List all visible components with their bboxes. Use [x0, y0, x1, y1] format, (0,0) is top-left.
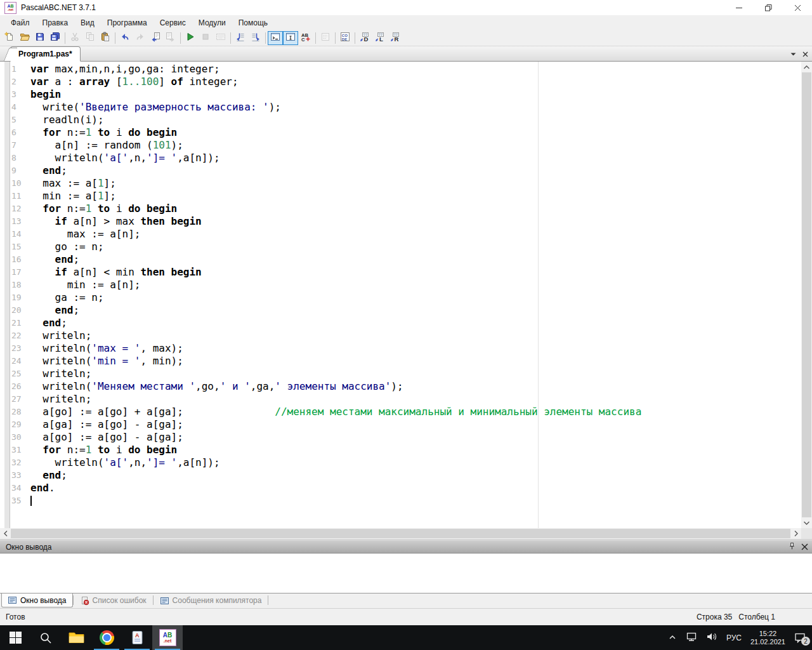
console-window-toggle-button[interactable]: [268, 31, 283, 45]
taskbar-app-start[interactable]: [0, 625, 30, 650]
taskbar-app-explorer[interactable]: [61, 625, 91, 650]
code-line-19: ga := n;: [30, 291, 798, 304]
copy-icon: [85, 32, 95, 44]
svg-text:A: A: [135, 632, 140, 639]
line-number: 3: [11, 88, 29, 101]
line-number: 23: [11, 342, 29, 355]
menu-item-modules[interactable]: Модули: [192, 16, 232, 30]
scroll-right-button[interactable]: [790, 528, 801, 539]
code-completion-button[interactable]: ABC: [298, 31, 313, 45]
menu-item-help[interactable]: Помощь: [232, 16, 274, 30]
chevron-left-icon: [4, 531, 8, 536]
line-number: 22: [11, 329, 29, 342]
tray-chevron-button[interactable]: [668, 632, 677, 644]
paste-button[interactable]: [98, 31, 113, 45]
line-number: 7: [11, 139, 29, 152]
goto-definition-l-button[interactable]: L: [372, 31, 388, 45]
output-list-icon: [160, 596, 169, 606]
new-file-button[interactable]: [2, 31, 17, 45]
goto-definition-r-button[interactable]: R: [388, 31, 403, 45]
code-editor[interactable]: 1234567891011121314151617181920212223242…: [0, 62, 812, 528]
goto-definition-d-button[interactable]: D: [357, 31, 372, 45]
taskbar-app-chrome[interactable]: [91, 625, 122, 650]
pascalabc-logo-icon: AB.net: [159, 629, 176, 646]
redo-button[interactable]: [133, 31, 148, 45]
menu-item-view[interactable]: Вид: [74, 16, 101, 30]
line-number: 24: [11, 355, 29, 368]
goto-prev-position-button[interactable]: [148, 31, 163, 45]
line-number: 30: [11, 431, 29, 444]
horizontal-scroll-thumb[interactable]: [11, 529, 790, 538]
notification-badge: 2: [801, 637, 810, 646]
run-button[interactable]: [183, 31, 198, 45]
restore-button[interactable]: [754, 0, 783, 15]
pin-panel-button[interactable]: [788, 541, 796, 553]
search-icon: [39, 632, 52, 644]
cut-button[interactable]: [67, 31, 82, 45]
line-number: 32: [11, 456, 29, 469]
breakpoint-margin[interactable]: [4, 62, 10, 528]
output-console[interactable]: [0, 554, 812, 594]
code-line-4: write('Введите размерность массива: ');: [30, 101, 798, 114]
line-number: 5: [11, 114, 29, 126]
output-tab-errors[interactable]: Список ошибок: [74, 594, 153, 607]
code-line-24: writeln('min = ', min);: [30, 355, 798, 368]
pin-icon: [788, 542, 796, 550]
minimize-button[interactable]: [724, 0, 754, 15]
input-window-button[interactable]: [213, 31, 228, 45]
horizontal-scrollbar[interactable]: [0, 528, 801, 539]
line-number: 13: [11, 215, 29, 228]
taskbar-app-document-viewer[interactable]: A: [122, 625, 152, 650]
clock-date: 21.02.2021: [750, 638, 785, 646]
indent-button[interactable]: [248, 31, 263, 45]
menu-item-program[interactable]: Программа: [101, 16, 154, 30]
save-file-button[interactable]: [32, 31, 48, 45]
clock[interactable]: 15:22 21.02.2021: [750, 630, 785, 646]
volume-tray-button[interactable]: [706, 632, 717, 644]
outdent-button[interactable]: [233, 31, 248, 45]
network-tray-button[interactable]: [686, 632, 697, 644]
menu-item-service[interactable]: Сервис: [154, 16, 192, 30]
goto-next-position-button[interactable]: [163, 31, 178, 45]
scroll-up-button[interactable]: [801, 62, 812, 72]
open-file-button[interactable]: [17, 31, 32, 45]
scroll-down-button[interactable]: [801, 517, 812, 528]
vertical-scrollbar[interactable]: [801, 62, 812, 528]
copy-button[interactable]: [82, 31, 98, 45]
output-tab-output[interactable]: Окно вывода: [1, 594, 73, 607]
taskbar-app-pascalabc[interactable]: AB.net: [152, 625, 183, 650]
line-number: 18: [11, 279, 29, 291]
code-line-28: a[go] := a[go] + a[ga]; //меняем местами…: [30, 406, 798, 418]
line-number: 31: [11, 444, 29, 456]
cut-icon: [70, 32, 80, 44]
action-center-button[interactable]: 2: [794, 632, 806, 643]
menu-item-edit[interactable]: Правка: [36, 16, 75, 30]
text-window-toggle-button[interactable]: [283, 31, 298, 45]
todo-list-button[interactable]: [318, 31, 333, 45]
menu-item-file[interactable]: Файл: [4, 16, 36, 30]
tab-list-dropdown-button[interactable]: [790, 48, 796, 60]
stop-button[interactable]: [198, 31, 213, 45]
close-panel-button[interactable]: [801, 541, 808, 553]
vertical-scroll-thumb[interactable]: [802, 72, 811, 517]
taskbar-app-search[interactable]: [30, 625, 61, 650]
goto-definition-r-icon: R: [390, 32, 400, 44]
save-all-button[interactable]: [48, 31, 63, 45]
code-line-32: writeln('a[',n,']= ',a[n]);: [30, 456, 798, 469]
language-indicator[interactable]: РУС: [726, 633, 742, 642]
toolbar-group: CODE: [337, 31, 353, 45]
new-file-icon: [4, 32, 15, 44]
code-line-6: for n:=1 to i do begin: [30, 126, 798, 139]
undo-button[interactable]: [117, 31, 133, 45]
code-line-30: a[go] := a[go] - a[ga];: [30, 431, 798, 444]
code-templates-button[interactable]: CODE: [337, 31, 353, 45]
close-button[interactable]: [783, 0, 812, 15]
title-bar: AB.net PascalABC.NET 3.7.1: [0, 0, 812, 15]
tab-close-button[interactable]: [802, 48, 808, 60]
chevron-down-icon: [804, 521, 809, 525]
output-tab-compiler-messages[interactable]: Сообщения компилятора: [154, 594, 268, 607]
document-tab[interactable]: Program1.pas*: [10, 46, 81, 62]
scroll-left-button[interactable]: [0, 528, 11, 539]
code-line-7: a[n] := random (101);: [30, 139, 798, 152]
code-templates-icon: CODE: [340, 32, 350, 44]
